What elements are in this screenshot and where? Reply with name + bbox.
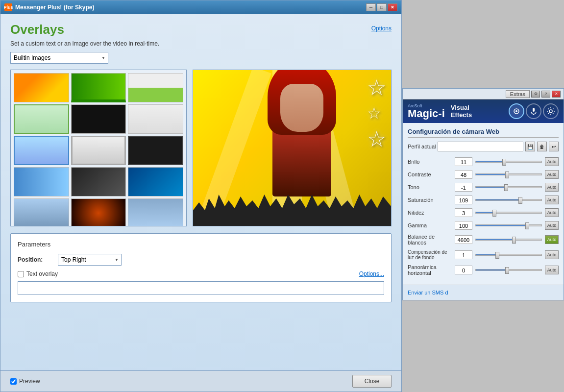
contraste-track[interactable] [475, 173, 542, 175]
contraste-row: Contraste 48 Auto [408, 170, 559, 179]
close-button[interactable]: ✕ [388, 3, 397, 11]
text-overlay-label: Text overlay [26, 270, 58, 277]
compensacion-track[interactable] [475, 254, 542, 256]
image-type-dropdown[interactable]: Builtin Images Custom Images Text Overla… [10, 52, 108, 64]
preview-checkbox[interactable] [10, 378, 17, 385]
list-item[interactable] [14, 73, 69, 102]
builtin-dropdown-wrapper: Builtin Images Custom Images Text Overla… [10, 52, 108, 64]
minimize-button[interactable]: ─ [366, 3, 376, 11]
saturacion-row: Saturación 109 Auto [408, 196, 559, 204]
arcsoft-logo: ArcSoft Magic-i [408, 103, 445, 119]
list-item[interactable] [128, 136, 183, 165]
list-item[interactable] [71, 104, 126, 134]
panoramica-label: Panorámica horizontal [408, 264, 452, 276]
contraste-auto-btn[interactable]: Auto [545, 170, 559, 179]
nitidez-thumb[interactable] [492, 210, 496, 217]
gamma-auto-btn[interactable]: Auto [545, 221, 559, 230]
list-item[interactable] [128, 198, 183, 226]
panoramica-auto-btn[interactable]: Auto [545, 266, 559, 274]
saturacion-thumb[interactable] [518, 197, 522, 204]
gamma-row: Gamma 100 Auto [408, 221, 559, 230]
bottom-bar: Preview Close [0, 370, 401, 392]
rp-nav-mic[interactable] [526, 103, 541, 119]
brillo-track[interactable] [475, 161, 542, 163]
gamma-track[interactable] [475, 224, 542, 226]
preview-checkbox-label[interactable]: Preview [10, 378, 40, 385]
rp-nav-settings[interactable] [543, 103, 559, 119]
profile-delete-btn[interactable]: 🗑 [537, 142, 547, 151]
compensacion-thumb[interactable] [495, 252, 499, 259]
position-dropdown[interactable]: Top Right Top Left Bottom Right Bottom L… [58, 254, 122, 266]
list-item[interactable] [14, 136, 69, 165]
brillo-fill [476, 161, 505, 162]
subtitle: Set a custom text or an image over the v… [10, 40, 392, 47]
list-item[interactable] [14, 167, 69, 196]
list-item[interactable] [14, 104, 69, 134]
parameters-title: Parameters [18, 241, 384, 248]
brand-subtitle: Visual Effects [451, 104, 472, 119]
balance-row: Balance de blancos 4600 Auto [408, 234, 559, 245]
contraste-value: 48 [455, 170, 472, 179]
list-item[interactable] [71, 136, 126, 165]
saturacion-label: Saturación [408, 197, 452, 203]
list-item[interactable] [71, 167, 126, 196]
list-item[interactable] [14, 198, 69, 226]
balance-auto-btn[interactable]: Auto [545, 235, 559, 244]
rp-nav-camera[interactable] [509, 103, 524, 119]
balance-track[interactable] [475, 239, 542, 241]
tono-track[interactable] [475, 186, 542, 188]
contraste-fill [476, 174, 509, 175]
rp-pin-button[interactable]: ⚙ [531, 91, 540, 98]
preview-area: ☆ ☆ ☆ [193, 70, 392, 226]
brillo-thumb[interactable] [502, 159, 506, 166]
text-overlay-checkbox-label[interactable]: Text overlay [18, 270, 58, 277]
rp-close-button[interactable]: ✕ [552, 91, 561, 98]
list-item[interactable] [128, 73, 183, 102]
text-options-link[interactable]: Options... [359, 270, 384, 277]
contraste-label: Contraste [408, 172, 452, 177]
saturacion-auto-btn[interactable]: Auto [545, 196, 559, 204]
balance-fill [476, 239, 515, 240]
rp-nav-icons [509, 103, 559, 119]
profile-input[interactable] [438, 142, 523, 151]
nitidez-auto-btn[interactable]: Auto [545, 208, 559, 217]
person-silhouette [253, 70, 351, 196]
gamma-label: Gamma [408, 222, 452, 228]
balance-thumb[interactable] [512, 237, 516, 244]
extras-button[interactable]: Extras [506, 90, 530, 98]
text-overlay-checkbox[interactable] [18, 271, 24, 277]
text-overlay-input[interactable] [18, 281, 384, 295]
close-button-bottom[interactable]: Close [352, 375, 392, 388]
saturacion-track[interactable] [475, 199, 542, 201]
brillo-auto-btn[interactable]: Auto [545, 157, 559, 166]
app-icon: Plus [4, 3, 12, 11]
sms-link[interactable]: Enviar un SMS d [408, 290, 448, 295]
position-row: Position: Top Right Top Left Bottom Righ… [18, 254, 384, 266]
rp-help-button[interactable]: ? [541, 91, 550, 98]
profile-reset-btn[interactable]: ↩ [549, 142, 559, 151]
tono-value: -1 [455, 183, 472, 192]
gamma-value: 100 [455, 221, 472, 230]
tono-thumb[interactable] [504, 184, 508, 191]
nitidez-track[interactable] [475, 212, 542, 214]
position-dropdown-wrapper: Top Right Top Left Bottom Right Bottom L… [58, 254, 122, 266]
list-item[interactable] [128, 104, 183, 134]
list-item[interactable] [128, 167, 183, 196]
contraste-thumb[interactable] [505, 172, 509, 178]
profile-save-btn[interactable]: 💾 [525, 142, 535, 151]
preview-label: Preview [19, 378, 40, 385]
list-item[interactable] [71, 73, 126, 102]
nitidez-row: Nitidez 3 Auto [408, 208, 559, 217]
tono-label: Tono [408, 184, 452, 190]
profile-row: Perfil actual 💾 🗑 ↩ [408, 142, 559, 151]
gamma-thumb[interactable] [525, 222, 529, 229]
compensacion-auto-btn[interactable]: Auto [545, 250, 559, 259]
panoramica-thumb[interactable] [505, 267, 509, 274]
panoramica-track[interactable] [475, 269, 542, 271]
tono-auto-btn[interactable]: Auto [545, 183, 559, 192]
options-link[interactable]: Options [371, 25, 392, 32]
restore-button[interactable]: □ [377, 3, 387, 11]
parameters-section: Parameters Position: Top Right Top Left … [10, 233, 392, 302]
list-item[interactable] [71, 198, 126, 226]
title-bar-controls: ─ □ ✕ [366, 3, 397, 11]
